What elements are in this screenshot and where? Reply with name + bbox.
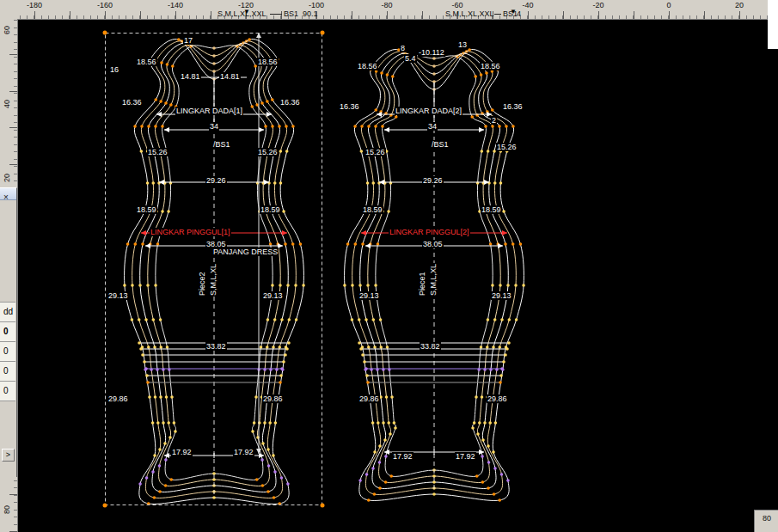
ruler-label: 20 xyxy=(3,171,11,185)
grid-cell[interactable]: 0 xyxy=(0,322,15,342)
panel-grid: dd0000 xyxy=(0,302,15,401)
piece-header-label: S,M,L,XL,XXL xyxy=(217,9,266,18)
grid-cell[interactable]: dd xyxy=(0,303,15,322)
pattern-canvas[interactable]: 1714.8114.8118.5618.561616.3616.36LINGKA… xyxy=(0,0,778,532)
grid-cell[interactable]: 0 xyxy=(0,342,15,362)
expand-button[interactable]: > xyxy=(2,449,15,462)
ruler-label: -160 xyxy=(97,1,113,9)
ruler-label: -100 xyxy=(309,1,324,9)
piece-header-divider xyxy=(270,14,282,15)
grid-cell[interactable]: 0 xyxy=(0,362,15,382)
ruler-label: 60 xyxy=(3,23,11,37)
horizontal-ruler: -180-160-140-120-100-80-60-40-20020▼▼S,M… xyxy=(17,0,768,20)
pattern-cad-window: 1714.8114.8118.5618.561616.3616.36LINGKA… xyxy=(0,0,778,532)
ruler-label: -140 xyxy=(168,1,183,9)
piece-header-label: S,M,L,XL,XXL xyxy=(445,9,494,18)
ruler-label: -60 xyxy=(451,1,463,9)
ruler-label: 40 xyxy=(3,97,11,111)
ruler-label: 80 xyxy=(3,503,11,517)
ruler-corner xyxy=(0,0,18,20)
pattern-drawing[interactable] xyxy=(0,0,778,532)
grid-cell[interactable]: 0 xyxy=(0,382,15,401)
close-icon[interactable]: × xyxy=(3,193,9,203)
piece-header-label: BS1 xyxy=(284,9,298,18)
ruler-label: -40 xyxy=(522,1,533,9)
side-panel-titlebar: × xyxy=(0,188,16,200)
ruler-label: 20 xyxy=(735,1,744,9)
ruler-label: -80 xyxy=(381,1,392,9)
ruler-label: 0 xyxy=(666,1,671,9)
piece-header-label: 4 xyxy=(517,9,521,18)
piece-header-label: 90.1 xyxy=(303,9,318,18)
desktop-background xyxy=(768,0,778,49)
ruler-label: -20 xyxy=(592,1,603,9)
bottom-right-ruler-corner: 80 xyxy=(754,510,778,532)
piece-header-label: BS1 xyxy=(503,9,518,18)
ruler-label: -180 xyxy=(27,1,42,9)
corner-ruler-label: 80 xyxy=(755,511,778,523)
side-panel: × dd0000 > xyxy=(0,187,17,477)
piece-header-divider xyxy=(494,14,501,15)
